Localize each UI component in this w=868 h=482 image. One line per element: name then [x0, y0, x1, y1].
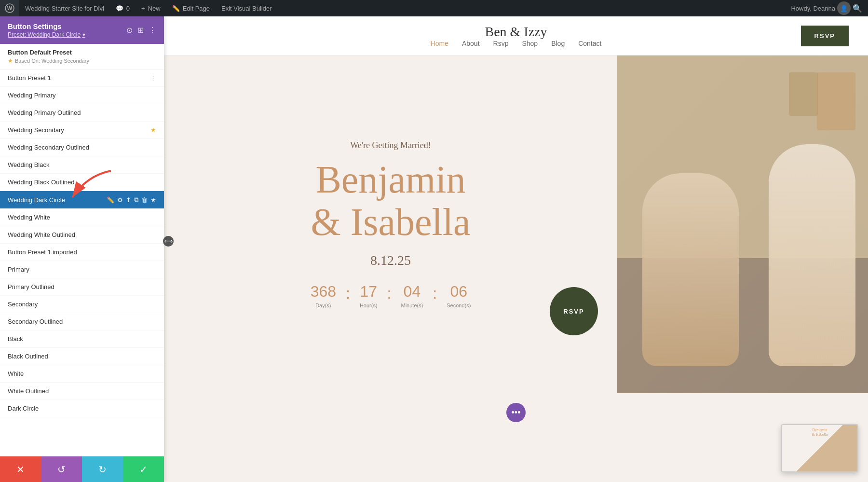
active-action-1[interactable]: ⚙: [117, 196, 123, 204]
site-title: Ben & Izzy: [350, 24, 682, 40]
active-action-4[interactable]: 🗑: [141, 196, 148, 204]
preset-item-secondary[interactable]: Secondary: [0, 296, 164, 313]
preset-item-wedding-black[interactable]: Wedding Black: [0, 156, 164, 174]
button-settings-panel: Button Settings Preset: Wedding Dark Cir…: [0, 16, 164, 482]
preset-list: Button Preset 1⋮Wedding PrimaryWedding P…: [0, 69, 164, 456]
preset-label-secondary: Secondary: [8, 301, 156, 308]
preset-label-wedding-secondary: Wedding Secondary: [8, 126, 150, 134]
preset-actions-preset1: ⋮: [150, 74, 156, 82]
nav-rsvp[interactable]: Rsvp: [493, 40, 509, 47]
nav-contact[interactable]: Contact: [578, 40, 601, 47]
panel-subtitle: Preset: Wedding Dark Circle ▾: [8, 31, 85, 38]
preset-item-wedding-white-outlined[interactable]: Wedding White Outlined: [0, 226, 164, 244]
preset-item-wedding-secondary-outlined[interactable]: Wedding Secondary Outlined: [0, 139, 164, 156]
exit-visual-builder-bar[interactable]: Exit Visual Builder: [216, 0, 278, 16]
panel-header: Button Settings Preset: Wedding Dark Cir…: [0, 16, 164, 44]
preset-item-primary-outlined[interactable]: Primary Outlined: [0, 278, 164, 296]
preset-item-secondary-outlined[interactable]: Secondary Outlined: [0, 313, 164, 331]
panel-grid-icon[interactable]: ⊞: [137, 26, 144, 35]
seconds-label: Second(s): [447, 303, 471, 308]
nav-shop[interactable]: Shop: [522, 40, 538, 47]
preset-item-black[interactable]: Black: [0, 331, 164, 348]
new-bar[interactable]: + New: [136, 0, 166, 16]
preset-label-primary-outlined: Primary Outlined: [8, 283, 156, 290]
admin-search-icon[interactable]: 🔍: [853, 4, 862, 13]
countdown-sep-3: :: [433, 283, 437, 303]
active-action-3[interactable]: ⧉: [134, 196, 138, 204]
preset-actions-wedding-secondary: ★: [150, 126, 156, 134]
preset-item-black-outlined[interactable]: Black Outlined: [0, 348, 164, 365]
preset-label-primary: Primary: [8, 266, 156, 273]
preset-item-primary[interactable]: Primary: [0, 261, 164, 278]
default-preset-name: Button Default Preset: [8, 49, 156, 56]
site-header: Ben & Izzy Home About Rsvp Shop Blog Con…: [164, 16, 868, 55]
countdown: 368 Day(s) : 17 Hour(s) : 04 Minute(s) :: [311, 283, 471, 308]
header-rsvp-button[interactable]: RSVP: [801, 26, 849, 46]
minutes-label: Minute(s): [401, 303, 423, 308]
preset-label-black-outlined: Black Outlined: [8, 353, 156, 360]
countdown-sep-1: :: [346, 283, 350, 303]
panel-focus-icon[interactable]: ⊙: [126, 26, 133, 35]
more-options-button[interactable]: •••: [506, 403, 526, 422]
countdown-hours: 17 Hour(s): [360, 283, 378, 308]
preset-item-preset1[interactable]: Button Preset 1⋮: [0, 69, 164, 87]
building-detail: [817, 72, 855, 130]
active-action-2[interactable]: ⬆: [126, 196, 131, 204]
redo-button[interactable]: ↻: [82, 456, 123, 482]
preset-label-white: White: [8, 370, 156, 377]
preset-label-wedding-primary: Wedding Primary: [8, 92, 156, 99]
preset-dots[interactable]: ⋮: [150, 74, 156, 82]
default-preset-based: ★ Based On: Wedding Secondary: [8, 57, 156, 64]
preset-label-wedding-secondary-outlined: Wedding Secondary Outlined: [8, 144, 156, 151]
edit-page-bar[interactable]: ✏️ Edit Page: [166, 0, 216, 16]
preset-item-white[interactable]: White: [0, 365, 164, 383]
save-button[interactable]: ✓: [123, 456, 164, 482]
seconds-number: 06: [447, 283, 471, 301]
hero-subtitle: We're Getting Married!: [350, 140, 431, 151]
panel-more-icon[interactable]: ⋮: [149, 26, 156, 35]
hero-left: We're Getting Married! Benjamin& Isabell…: [164, 55, 617, 393]
preset-item-wedding-dark-circle[interactable]: Wedding Dark Circle✏️⚙⬆⧉🗑★: [0, 191, 164, 209]
panel-header-icons: ⊙ ⊞ ⋮: [126, 26, 156, 35]
preset-item-button-preset-1-imported[interactable]: Button Preset 1 imported: [0, 244, 164, 261]
resize-handle[interactable]: ⟺: [163, 236, 174, 247]
nav-about[interactable]: About: [462, 40, 480, 47]
rsvp-circle-button[interactable]: RSVP: [550, 287, 598, 335]
hero-section: We're Getting Married! Benjamin& Isabell…: [164, 55, 868, 393]
hero-date: 8.12.25: [370, 253, 411, 268]
active-action-5[interactable]: ★: [150, 196, 156, 204]
site-nav: Home About Rsvp Shop Blog Contact: [350, 40, 682, 47]
howdy-text: Howdy, Deanna: [791, 5, 835, 12]
hero-right: [617, 55, 868, 393]
couple-photo: [617, 55, 868, 393]
preset-item-wedding-secondary[interactable]: Wedding Secondary★: [0, 122, 164, 139]
comments-bar[interactable]: 💬 0: [110, 0, 136, 16]
preset-label-wedding-white-outlined: Wedding White Outlined: [8, 231, 156, 238]
preview-inner: Benjamin & Isabella: [782, 425, 857, 471]
wp-logo[interactable]: W: [0, 0, 19, 16]
preset-item-wedding-primary-outlined[interactable]: Wedding Primary Outlined: [0, 104, 164, 122]
nav-home[interactable]: Home: [431, 40, 448, 47]
days-label: Day(s): [311, 303, 336, 308]
site-name-bar[interactable]: Wedding Starter Site for Divi: [19, 0, 110, 16]
preset-item-white-outlined[interactable]: White Outlined: [0, 383, 164, 400]
preset-label-white-outlined: White Outlined: [8, 387, 156, 395]
preset-label-preset1: Button Preset 1: [8, 74, 150, 82]
hero-names: Benjamin& Isabella: [311, 158, 471, 243]
cancel-button[interactable]: ✕: [0, 456, 41, 482]
nav-blog[interactable]: Blog: [551, 40, 565, 47]
preset-item-wedding-white[interactable]: Wedding White: [0, 209, 164, 226]
preset-item-wedding-black-outlined[interactable]: Wedding Black Outlined: [0, 174, 164, 191]
bottom-toolbar: ✕ ↺ ↻ ✓: [0, 456, 164, 482]
preset-star[interactable]: ★: [150, 126, 156, 134]
star-icon: ★: [8, 57, 13, 64]
preset-label-wedding-black-outlined: Wedding Black Outlined: [8, 179, 156, 186]
undo-button[interactable]: ↺: [41, 456, 82, 482]
preset-item-dark-circle[interactable]: Dark Circle: [0, 400, 164, 417]
preset-item-wedding-primary[interactable]: Wedding Primary: [0, 87, 164, 104]
preset-actions-wedding-dark-circle: ✏️⚙⬆⧉🗑★: [107, 196, 156, 204]
active-action-0[interactable]: ✏️: [107, 196, 114, 204]
preset-label-dark-circle: Dark Circle: [8, 405, 156, 412]
admin-bar: W Wedding Starter Site for Divi 💬 0 + Ne…: [0, 0, 868, 16]
hero-footer: •••: [164, 393, 868, 432]
